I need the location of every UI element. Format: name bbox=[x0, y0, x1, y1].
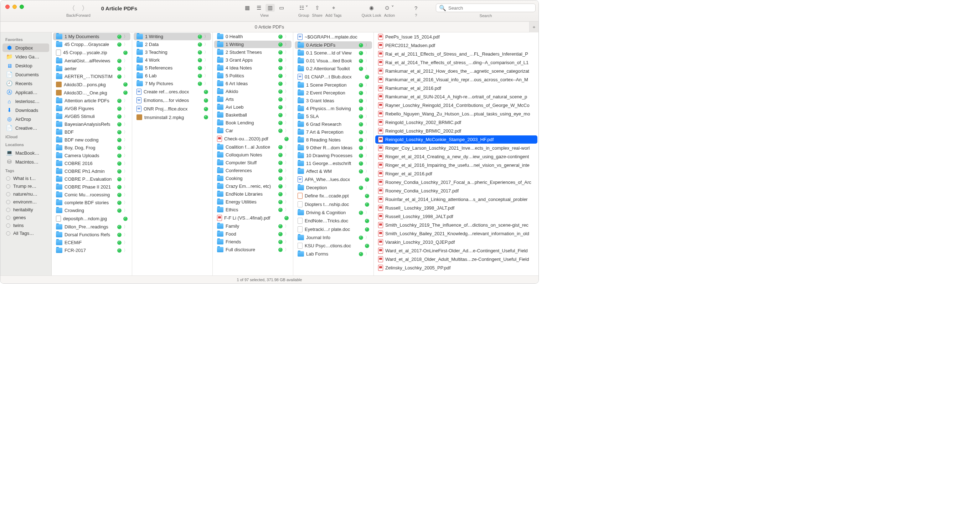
file-row[interactable]: ONR Proj…ffice.docx bbox=[134, 105, 211, 113]
file-row[interactable]: Rayner_Loschky_Reingold_2014_Contributio… bbox=[375, 101, 538, 109]
file-row[interactable]: 5 Politics〉 bbox=[214, 72, 291, 80]
file-row[interactable]: 0.1 Scene…ld of View〉 bbox=[295, 49, 372, 57]
file-row[interactable]: 6 Lab〉 bbox=[134, 72, 211, 80]
file-row[interactable]: Reingold_Loschky_2002_BRMIC.pdf bbox=[375, 118, 538, 126]
file-row[interactable]: Russell_ Loschky_1998_JALT.pdf bbox=[375, 204, 538, 212]
file-row[interactable]: 0.2 Attentional Toolkit〉 bbox=[295, 65, 372, 72]
file-row[interactable]: Rai_et_al_2011_Effects_of_Stress_and_…FL… bbox=[375, 50, 538, 58]
sidebar-tag-trump-re-[interactable]: Trump re… bbox=[3, 182, 49, 190]
file-row[interactable]: BayesianAnalysisRefs〉 bbox=[53, 121, 130, 128]
file-row[interactable]: COBRE 2016〉 bbox=[53, 160, 130, 167]
sidebar-tag-genes[interactable]: genes bbox=[3, 214, 49, 221]
file-row[interactable]: Book Lending〉 bbox=[214, 119, 291, 126]
sidebar-item-macbook-[interactable]: 💻MacBook… bbox=[3, 149, 49, 157]
file-row[interactable]: Ringer_Coy_Larson_Loschky_2021_Inve…ects… bbox=[375, 144, 538, 152]
file-row[interactable]: ~$GGRAPH…mplate.doc bbox=[295, 33, 372, 41]
file-row[interactable]: Family〉 bbox=[214, 222, 291, 230]
file-row[interactable]: Rai_et_al_2014_The_effects_of_stress_…di… bbox=[375, 59, 538, 67]
file-row[interactable]: COBRE Ph1 Admin〉 bbox=[53, 167, 130, 175]
sidebar-item-macintos-[interactable]: ⛁Macintos… bbox=[3, 158, 49, 166]
file-row[interactable]: COBRE Phase II 2021〉 bbox=[53, 183, 130, 191]
file-row[interactable]: 5 References〉 bbox=[134, 64, 211, 72]
file-row[interactable]: 3 Grant Apps〉 bbox=[214, 56, 291, 64]
file-row[interactable]: Camera Uploads〉 bbox=[53, 152, 130, 159]
file-row[interactable]: PERC2012_Madsen.pdf bbox=[375, 41, 538, 49]
file-row[interactable]: Journal Info〉 bbox=[295, 234, 372, 241]
file-row[interactable]: depositph…ndom.jpg bbox=[53, 215, 130, 223]
file-row[interactable]: 01 CNAP…t Blub.docx bbox=[295, 73, 372, 81]
file-row[interactable]: Rooney_Condia_Loschky_2017.pdf bbox=[375, 187, 538, 195]
file-row[interactable]: Russell_Loschky_1998_JALT.pdf bbox=[375, 212, 538, 221]
sidebar-item-applicati-[interactable]: ⒶApplicati… bbox=[3, 88, 49, 97]
sidebar-tag-what-is-t-[interactable]: What is t… bbox=[3, 175, 49, 182]
file-row[interactable]: Arts〉 bbox=[214, 96, 291, 103]
file-row[interactable]: Ward_et_al_2017-OnLineFirst-Older_Ad…e-C… bbox=[375, 247, 538, 255]
file-row[interactable]: 6 Grad Research〉 bbox=[295, 121, 372, 128]
view-icons-button[interactable]: ▦ bbox=[243, 4, 252, 12]
addtags-button[interactable]: ⌖ bbox=[329, 4, 338, 12]
file-row[interactable]: 0 Health〉 bbox=[214, 33, 291, 40]
close-window-button[interactable] bbox=[5, 5, 10, 9]
view-gallery-button[interactable]: ▭ bbox=[277, 4, 286, 12]
file-row[interactable]: Aikido3D…pons.pkg bbox=[53, 81, 130, 88]
search-input[interactable] bbox=[448, 5, 532, 11]
file-row[interactable]: 7 My Pictures〉 bbox=[134, 80, 211, 87]
file-row[interactable]: 10 Drawing Processes〉 bbox=[295, 152, 372, 159]
file-row[interactable]: 1 My Documents〉 bbox=[53, 33, 130, 40]
back-button[interactable]: 〈 bbox=[69, 4, 75, 13]
file-row[interactable]: Varakin_Loschky_2010_QJEP.pdf bbox=[375, 238, 538, 246]
file-row[interactable]: Rebello_Nguyen_Wang_Zu_Hutson_Los…ptual_… bbox=[375, 110, 538, 118]
action-button[interactable]: ⊙ ˅ bbox=[385, 4, 394, 12]
file-row[interactable]: Define fix…ccade.ppt bbox=[295, 192, 372, 200]
file-row[interactable]: 45 Cropp…yscale.zip bbox=[53, 48, 130, 57]
file-row[interactable]: Boy, Dog, Frog〉 bbox=[53, 144, 130, 151]
file-row[interactable]: Ramkumar_et_al_2012_How_does_the_…agneti… bbox=[375, 67, 538, 75]
sidebar-item-airdrop[interactable]: ◎AirDrop bbox=[3, 115, 49, 123]
file-row[interactable]: 4 Work〉 bbox=[134, 56, 211, 64]
group-button[interactable]: ☷ ˅ bbox=[299, 4, 308, 12]
file-row[interactable]: Rouinfar_et_al_2014_Linking_attentiona…s… bbox=[375, 195, 538, 204]
file-row[interactable]: Ward_et_al_2018_Older_Adult_Multitas…ze-… bbox=[375, 255, 538, 263]
file-row[interactable]: 1 Writing〉 bbox=[134, 33, 211, 40]
file-row[interactable]: Crazy Em…renic, etc)〉 bbox=[214, 182, 291, 190]
file-row[interactable]: Aikido〉 bbox=[214, 88, 291, 95]
file-row[interactable]: Dillon_Pre…readings〉 bbox=[53, 223, 130, 231]
file-row[interactable]: Affect & WM〉 bbox=[295, 167, 372, 175]
file-row[interactable]: Colloquium Notes〉 bbox=[214, 151, 291, 159]
file-row[interactable]: Basketball〉 bbox=[214, 111, 291, 119]
file-row[interactable]: 2 Event Perception〉 bbox=[295, 89, 372, 97]
search-box[interactable]: 🔍 bbox=[436, 3, 536, 12]
file-row[interactable]: 2 Data〉 bbox=[134, 41, 211, 48]
help-button[interactable]: ? bbox=[411, 4, 420, 12]
file-row[interactable]: 3 Grant Ideas〉 bbox=[295, 97, 372, 104]
file-row[interactable]: 45 Cropp…Grayscale〉 bbox=[53, 41, 130, 48]
file-row[interactable]: Conferences〉 bbox=[214, 167, 291, 174]
file-row[interactable]: Ringer_et_al_2014_Creating_a_new_dy…iew_… bbox=[375, 153, 538, 161]
view-columns-button[interactable]: ▥ bbox=[266, 4, 275, 12]
sidebar-item-downloads[interactable]: ⬇Downloads bbox=[3, 106, 49, 115]
file-row[interactable]: AVGB FIgures〉 bbox=[53, 105, 130, 112]
file-row[interactable]: Diopters t…nship.doc bbox=[295, 200, 372, 209]
sidebar-item-documents[interactable]: 📄Documents bbox=[3, 70, 49, 79]
file-row[interactable]: 2 Student Theses〉 bbox=[214, 48, 291, 56]
new-tab-button[interactable]: ＋ bbox=[529, 22, 538, 32]
file-row[interactable]: Ethics〉 bbox=[214, 206, 291, 213]
file-row[interactable]: Computer Stuff〉 bbox=[214, 159, 291, 166]
file-row[interactable]: Avi Loeb〉 bbox=[214, 104, 291, 111]
file-row[interactable]: Food〉 bbox=[214, 230, 291, 238]
file-row[interactable]: 11 George…estschrift〉 bbox=[295, 160, 372, 167]
file-row[interactable]: AVGB5 Stimuli〉 bbox=[53, 113, 130, 120]
file-row[interactable]: 7 Art & Perception〉 bbox=[295, 128, 372, 136]
sidebar-tag-heritabilty[interactable]: heritabilty bbox=[3, 206, 49, 213]
file-row[interactable]: Aikido3D…_One.pkg bbox=[53, 89, 130, 97]
sidebar-item-desktop[interactable]: 🖥Desktop bbox=[3, 61, 49, 70]
forward-button[interactable]: 〉 bbox=[82, 4, 88, 13]
file-row[interactable]: complete BDF stories〉 bbox=[53, 199, 130, 206]
file-row[interactable]: Zelinsky_Loschky_2005_PP.pdf bbox=[375, 264, 538, 272]
file-row[interactable]: Create ref…ores.docx bbox=[134, 88, 211, 96]
file-row[interactable]: 4 Idea Notes〉 bbox=[214, 64, 291, 72]
file-row[interactable]: Deception〉 bbox=[295, 184, 372, 191]
file-row[interactable]: FCR-2017〉 bbox=[53, 247, 130, 254]
file-row[interactable]: Full disclosure〉 bbox=[214, 246, 291, 253]
file-row[interactable]: APA_Whe…lues.docx bbox=[295, 175, 372, 183]
